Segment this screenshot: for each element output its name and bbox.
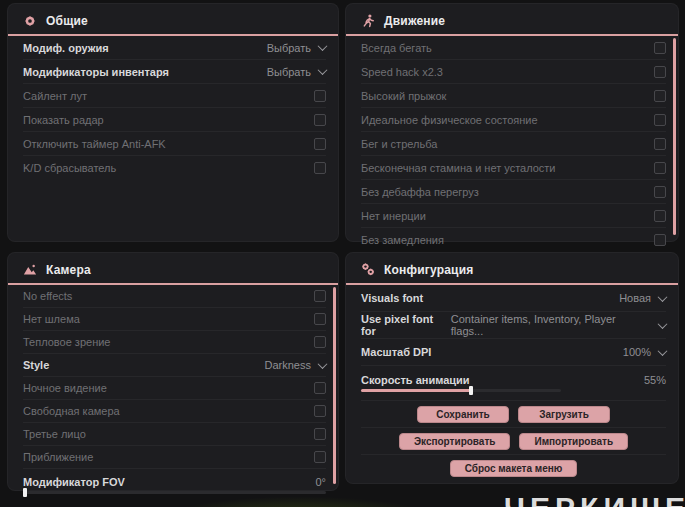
gear-icon <box>23 14 37 28</box>
checkbox[interactable] <box>654 138 666 150</box>
row-label: Тепловое зрение <box>23 336 110 348</box>
row-dropdown: Visuals fontНовая <box>361 285 666 312</box>
slider-handle[interactable] <box>23 488 27 497</box>
checkbox[interactable] <box>654 114 666 126</box>
row-label: Нет шлема <box>23 313 80 325</box>
row-checkbox[interactable]: Отключить таймер Anti-AFK <box>23 132 326 156</box>
row-checkbox[interactable]: K/D сбрасыватель <box>23 156 326 179</box>
chevron-down-icon <box>658 292 668 302</box>
panel-general: Общие Модиф. оружияВыбратьМодификаторы и… <box>8 4 338 241</box>
checkbox[interactable] <box>314 114 326 126</box>
checkbox[interactable] <box>654 234 666 246</box>
watermark-text: ЧЕРКИШЕ <box>504 491 685 507</box>
row-label: Показать радар <box>23 114 104 126</box>
dropdown[interactable]: Новая <box>619 292 666 304</box>
checkbox[interactable] <box>314 138 326 150</box>
row-checkbox[interactable]: Всегда бегать <box>361 36 666 60</box>
row-buttons: СохранитьЗагрузить <box>361 401 666 428</box>
gears-icon <box>361 263 375 277</box>
checkbox[interactable] <box>654 162 666 174</box>
panel-title: Камера <box>46 263 91 277</box>
row-label: K/D сбрасыватель <box>23 162 116 174</box>
checkbox[interactable] <box>314 428 326 440</box>
row-checkbox[interactable]: Приближение <box>23 446 326 469</box>
checkbox[interactable] <box>654 66 666 78</box>
row-label: Style <box>23 359 49 371</box>
row-checkbox[interactable]: Идеальное физическое состояние <box>361 108 666 132</box>
row-label: Модиф. оружия <box>23 42 109 54</box>
row-label: Модификаторы инвентаря <box>23 66 169 78</box>
row-checkbox[interactable]: No effects <box>23 285 326 308</box>
row-checkbox[interactable]: Без замедления <box>361 228 666 251</box>
action-button[interactable]: Загрузить <box>518 406 610 423</box>
dropdown[interactable]: Darkness <box>265 359 326 371</box>
row-checkbox[interactable]: Без дебаффа перегруз <box>361 180 666 204</box>
row-checkbox[interactable]: Сайлент лут <box>23 84 326 108</box>
slider-labels: Скорость анимации55% <box>361 374 666 386</box>
checkbox[interactable] <box>314 336 326 348</box>
dropdown-value: Выбрать <box>267 66 311 78</box>
row-label: Масштаб DPI <box>361 346 431 358</box>
slider-handle[interactable] <box>469 386 473 395</box>
checkbox[interactable] <box>314 451 326 463</box>
checkbox[interactable] <box>314 162 326 174</box>
panel-camera: Камера No effectsНет шлемаТепловое зрени… <box>8 253 338 490</box>
slider-track[interactable] <box>361 389 561 392</box>
dropdown[interactable]: Выбрать <box>267 42 326 54</box>
checkbox[interactable] <box>654 90 666 102</box>
row-checkbox[interactable]: Ночное видение <box>23 377 326 400</box>
scrollbar[interactable] <box>333 287 336 484</box>
chevron-down-icon <box>658 319 668 329</box>
slider-track[interactable] <box>23 491 326 494</box>
panel-header: Общие <box>8 4 338 36</box>
runner-icon <box>361 14 375 28</box>
dropdown[interactable]: 100% <box>623 346 666 358</box>
dropdown-value: Container items, Inventory, Player flags… <box>451 313 651 337</box>
checkbox[interactable] <box>654 210 666 222</box>
action-button[interactable]: Сброс макета меню <box>450 460 578 477</box>
checkbox[interactable] <box>314 290 326 302</box>
row-buttons: ЭкспортироватьИмпортировать <box>361 428 666 455</box>
checkbox[interactable] <box>314 313 326 325</box>
row-label: Третье лицо <box>23 428 86 440</box>
row-checkbox[interactable]: Высокий прыжок <box>361 84 666 108</box>
checkbox[interactable] <box>314 405 326 417</box>
row-label: Всегда бегать <box>361 42 432 54</box>
scrollbar[interactable] <box>673 38 676 235</box>
action-button[interactable]: Экспортировать <box>399 433 511 450</box>
row-label: No effects <box>23 290 72 302</box>
panel-title: Общие <box>46 14 88 28</box>
action-button[interactable]: Сохранить <box>417 406 509 423</box>
row-slider: Скорость анимации55% <box>361 366 666 401</box>
action-button[interactable]: Импортировать <box>519 433 628 450</box>
row-checkbox[interactable]: Нет инерции <box>361 204 666 228</box>
checkbox[interactable] <box>654 186 666 198</box>
row-label: Ночное видение <box>23 382 107 394</box>
row-label: Идеальное физическое состояние <box>361 114 538 126</box>
row-label: Скорость анимации <box>361 374 470 386</box>
row-checkbox[interactable]: Третье лицо <box>23 423 326 446</box>
row-dropdown: Масштаб DPI100% <box>361 339 666 366</box>
dropdown[interactable]: Выбрать <box>267 66 326 78</box>
chevron-down-icon <box>318 65 328 75</box>
panel-movement: Движение Всегда бегатьSpeed hack x2.3Выс… <box>346 4 678 241</box>
row-label: Без замедления <box>361 234 444 246</box>
row-label: Бесконечная стамина и нет усталости <box>361 162 556 174</box>
checkbox[interactable] <box>314 90 326 102</box>
row-label: Use pixel font for <box>361 313 451 337</box>
row-checkbox[interactable]: Свободная камера <box>23 400 326 423</box>
row-slider-fov: Модификатор FOV0° <box>23 469 326 501</box>
row-checkbox[interactable]: Бесконечная стамина и нет усталости <box>361 156 666 180</box>
row-checkbox[interactable]: Speed hack x2.3 <box>361 60 666 84</box>
row-checkbox[interactable]: Бег и стрельба <box>361 132 666 156</box>
checkbox[interactable] <box>314 382 326 394</box>
row-checkbox[interactable]: Нет шлема <box>23 308 326 331</box>
dropdown[interactable]: Container items, Inventory, Player flags… <box>451 313 666 337</box>
slider-labels: Модификатор FOV0° <box>23 476 326 488</box>
chevron-down-icon <box>318 41 328 51</box>
checkbox[interactable] <box>654 42 666 54</box>
row-label: Нет инерции <box>361 210 426 222</box>
row-checkbox[interactable]: Тепловое зрение <box>23 331 326 354</box>
row-checkbox[interactable]: Показать радар <box>23 108 326 132</box>
row-label: Свободная камера <box>23 405 120 417</box>
